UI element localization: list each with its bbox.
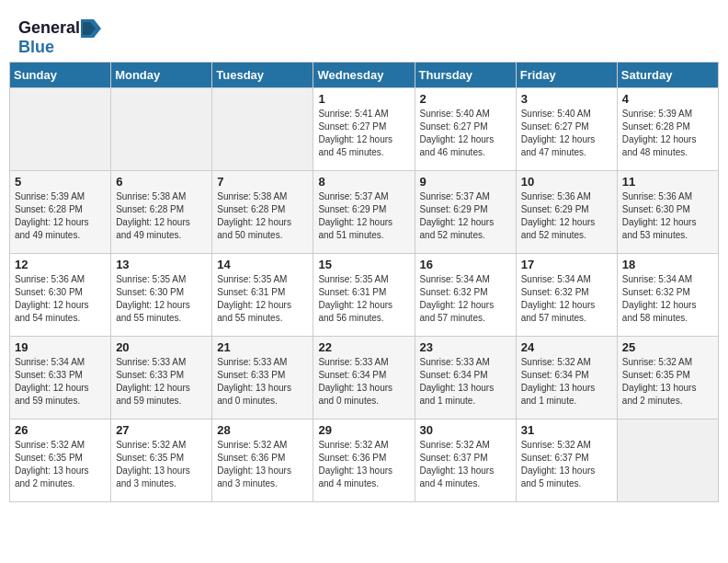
day-info: Sunrise: 5:33 AM Sunset: 6:33 PM Dayligh… [116,356,207,408]
day-number: 11 [622,175,713,189]
calendar-cell: 21Sunrise: 5:33 AM Sunset: 6:33 PM Dayli… [212,337,313,419]
calendar-cell: 14Sunrise: 5:35 AM Sunset: 6:31 PM Dayli… [212,254,313,337]
weekday-header: Sunday [10,63,111,88]
day-info: Sunrise: 5:37 AM Sunset: 6:29 PM Dayligh… [420,190,511,242]
calendar-cell: 5Sunrise: 5:39 AM Sunset: 6:28 PM Daylig… [10,171,111,254]
calendar-cell [111,88,212,171]
day-info: Sunrise: 5:34 AM Sunset: 6:32 PM Dayligh… [420,273,511,325]
calendar-cell: 16Sunrise: 5:34 AM Sunset: 6:32 PM Dayli… [415,254,516,337]
day-info: Sunrise: 5:32 AM Sunset: 6:34 PM Dayligh… [521,356,612,408]
day-number: 24 [521,340,612,354]
calendar-cell: 19Sunrise: 5:34 AM Sunset: 6:33 PM Dayli… [10,337,111,419]
day-number: 29 [318,423,409,437]
calendar-cell: 6Sunrise: 5:38 AM Sunset: 6:28 PM Daylig… [111,171,212,254]
calendar-cell: 11Sunrise: 5:36 AM Sunset: 6:30 PM Dayli… [617,171,718,254]
day-number: 7 [217,175,308,189]
day-number: 5 [15,175,106,189]
calendar-cell: 18Sunrise: 5:34 AM Sunset: 6:32 PM Dayli… [617,254,718,337]
calendar-cell: 20Sunrise: 5:33 AM Sunset: 6:33 PM Dayli… [111,337,212,419]
day-number: 31 [521,423,612,437]
day-number: 10 [521,175,612,189]
day-number: 23 [420,340,511,354]
calendar-cell: 3Sunrise: 5:40 AM Sunset: 6:27 PM Daylig… [516,88,617,171]
calendar-body: 1Sunrise: 5:41 AM Sunset: 6:27 PM Daylig… [10,88,719,502]
calendar-cell: 15Sunrise: 5:35 AM Sunset: 6:31 PM Dayli… [313,254,415,337]
day-info: Sunrise: 5:34 AM Sunset: 6:32 PM Dayligh… [622,273,713,325]
calendar-cell: 7Sunrise: 5:38 AM Sunset: 6:28 PM Daylig… [212,171,313,254]
day-number: 19 [15,340,106,354]
day-info: Sunrise: 5:38 AM Sunset: 6:28 PM Dayligh… [217,190,308,242]
weekday-header: Wednesday [313,63,415,88]
day-number: 14 [217,258,308,271]
calendar-cell: 17Sunrise: 5:34 AM Sunset: 6:32 PM Dayli… [516,254,617,337]
day-number: 1 [318,92,409,106]
day-info: Sunrise: 5:39 AM Sunset: 6:28 PM Dayligh… [622,108,713,159]
day-info: Sunrise: 5:38 AM Sunset: 6:28 PM Dayligh… [116,190,207,242]
day-info: Sunrise: 5:34 AM Sunset: 6:32 PM Dayligh… [521,273,612,325]
logo: General Blue [18,18,101,57]
weekday-header: Thursday [415,63,516,88]
day-info: Sunrise: 5:33 AM Sunset: 6:33 PM Dayligh… [217,356,308,408]
day-number: 22 [318,340,409,354]
day-info: Sunrise: 5:41 AM Sunset: 6:27 PM Dayligh… [318,108,409,159]
calendar-cell [10,88,111,171]
day-info: Sunrise: 5:32 AM Sunset: 6:35 PM Dayligh… [15,439,106,490]
calendar-cell: 12Sunrise: 5:36 AM Sunset: 6:30 PM Dayli… [10,254,111,337]
calendar-cell: 25Sunrise: 5:32 AM Sunset: 6:35 PM Dayli… [617,337,718,419]
calendar-cell: 27Sunrise: 5:32 AM Sunset: 6:35 PM Dayli… [111,419,212,502]
calendar-cell: 28Sunrise: 5:32 AM Sunset: 6:36 PM Dayli… [212,419,313,502]
day-number: 17 [521,258,612,271]
header: General Blue [9,9,719,62]
calendar-week-row: 5Sunrise: 5:39 AM Sunset: 6:28 PM Daylig… [10,171,719,254]
calendar-header: SundayMondayTuesdayWednesdayThursdayFrid… [10,63,719,88]
weekday-header: Friday [516,63,617,88]
day-number: 21 [217,340,308,354]
calendar-cell: 22Sunrise: 5:33 AM Sunset: 6:34 PM Dayli… [313,337,415,419]
day-info: Sunrise: 5:35 AM Sunset: 6:31 PM Dayligh… [318,273,409,325]
calendar-cell: 23Sunrise: 5:33 AM Sunset: 6:34 PM Dayli… [415,337,516,419]
day-info: Sunrise: 5:35 AM Sunset: 6:31 PM Dayligh… [217,273,308,325]
day-info: Sunrise: 5:36 AM Sunset: 6:30 PM Dayligh… [15,273,106,325]
day-number: 2 [420,92,511,106]
calendar-week-row: 19Sunrise: 5:34 AM Sunset: 6:33 PM Dayli… [10,337,719,419]
day-info: Sunrise: 5:32 AM Sunset: 6:35 PM Dayligh… [622,356,713,408]
day-info: Sunrise: 5:40 AM Sunset: 6:27 PM Dayligh… [420,108,511,159]
day-info: Sunrise: 5:32 AM Sunset: 6:35 PM Dayligh… [116,439,207,490]
calendar-cell: 10Sunrise: 5:36 AM Sunset: 6:29 PM Dayli… [516,171,617,254]
day-number: 4 [622,92,713,106]
day-number: 16 [420,258,511,271]
calendar-cell: 26Sunrise: 5:32 AM Sunset: 6:35 PM Dayli… [10,419,111,502]
day-number: 6 [116,175,207,189]
calendar-week-row: 1Sunrise: 5:41 AM Sunset: 6:27 PM Daylig… [10,88,719,171]
day-number: 30 [420,423,511,437]
day-info: Sunrise: 5:33 AM Sunset: 6:34 PM Dayligh… [420,356,511,408]
calendar-cell: 30Sunrise: 5:32 AM Sunset: 6:37 PM Dayli… [415,419,516,502]
day-info: Sunrise: 5:32 AM Sunset: 6:37 PM Dayligh… [521,439,612,490]
day-number: 13 [116,258,207,271]
day-number: 3 [521,92,612,106]
day-number: 20 [116,340,207,354]
day-info: Sunrise: 5:34 AM Sunset: 6:33 PM Dayligh… [15,356,106,408]
day-number: 27 [116,423,207,437]
calendar-cell: 13Sunrise: 5:35 AM Sunset: 6:30 PM Dayli… [111,254,212,337]
calendar-cell [617,419,718,502]
calendar-cell: 24Sunrise: 5:32 AM Sunset: 6:34 PM Dayli… [516,337,617,419]
day-info: Sunrise: 5:36 AM Sunset: 6:30 PM Dayligh… [622,190,713,242]
calendar-week-row: 26Sunrise: 5:32 AM Sunset: 6:35 PM Dayli… [10,419,719,502]
day-info: Sunrise: 5:32 AM Sunset: 6:36 PM Dayligh… [217,439,308,490]
calendar-cell: 1Sunrise: 5:41 AM Sunset: 6:27 PM Daylig… [313,88,415,171]
weekday-row: SundayMondayTuesdayWednesdayThursdayFrid… [10,63,719,88]
day-info: Sunrise: 5:35 AM Sunset: 6:30 PM Dayligh… [116,273,207,325]
logo-icon [81,19,101,38]
logo-blue-text: Blue [18,38,54,56]
calendar-cell: 9Sunrise: 5:37 AM Sunset: 6:29 PM Daylig… [415,171,516,254]
day-number: 18 [622,258,713,271]
calendar-table: SundayMondayTuesdayWednesdayThursdayFrid… [9,62,719,502]
day-number: 8 [318,175,409,189]
day-info: Sunrise: 5:33 AM Sunset: 6:34 PM Dayligh… [318,356,409,408]
day-number: 12 [15,258,106,271]
day-info: Sunrise: 5:36 AM Sunset: 6:29 PM Dayligh… [521,190,612,242]
day-number: 9 [420,175,511,189]
day-number: 26 [15,423,106,437]
day-info: Sunrise: 5:40 AM Sunset: 6:27 PM Dayligh… [521,108,612,159]
